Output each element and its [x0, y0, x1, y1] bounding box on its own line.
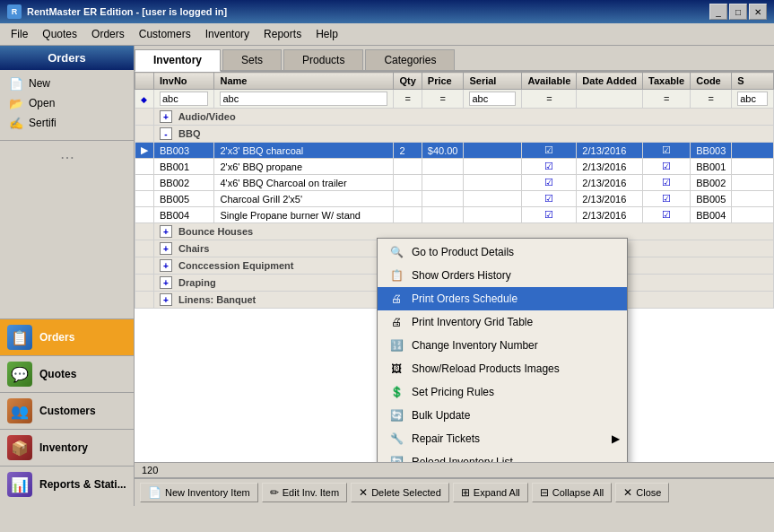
- expand-linens[interactable]: +: [160, 293, 172, 306]
- th-s[interactable]: S: [732, 73, 774, 90]
- filter-s-input[interactable]: [737, 92, 768, 106]
- filter-name-input[interactable]: [220, 92, 387, 106]
- expand-bounce[interactable]: +: [160, 225, 172, 238]
- menu-file[interactable]: File: [4, 25, 35, 43]
- th-dateadded[interactable]: Date Added: [577, 73, 643, 90]
- th-taxable[interactable]: Taxable: [643, 73, 691, 90]
- ctx-repair-arrow: ▶: [612, 432, 620, 445]
- th-serial[interactable]: Serial: [464, 73, 522, 90]
- ctx-show-orders-history[interactable]: 📋 Show Orders History: [378, 264, 627, 287]
- ctx-bulk-update[interactable]: 🔄 Bulk Update: [378, 404, 627, 427]
- th-invno[interactable]: InvNo: [154, 73, 214, 90]
- inventory-label: Inventory: [39, 441, 88, 454]
- th-available[interactable]: Available: [522, 73, 577, 90]
- sidebar-item-inventory[interactable]: 📦 Inventory: [0, 429, 134, 466]
- table-row-bb003[interactable]: ▶ BB003 2'x3' BBQ charcoal 2 $40.00 ☑ 2/…: [135, 143, 774, 159]
- filter-qty: =: [394, 90, 422, 109]
- action-new[interactable]: 📄 New: [4, 74, 130, 93]
- btn-close[interactable]: ✕ Close: [615, 483, 669, 502]
- code-bb002: BB002: [691, 175, 732, 191]
- table-row-bb001[interactable]: BB001 2'x6' BBQ propane ☑ 2/13/2016 ☑ BB…: [135, 159, 774, 175]
- available-bb005: ☑: [522, 191, 577, 207]
- ctx-orders-history-icon: 📋: [388, 267, 404, 283]
- btn-new-inventory[interactable]: 📄 New Inventory Item: [140, 483, 258, 502]
- filter-invno-input[interactable]: [160, 92, 208, 106]
- th-code[interactable]: Code: [691, 73, 732, 90]
- tab-sets[interactable]: Sets: [222, 49, 282, 70]
- tab-products[interactable]: Products: [283, 49, 363, 70]
- ctx-reload-inventory[interactable]: 🔄 Reload Inventory List: [378, 450, 627, 462]
- group-bounce-marker: [135, 223, 154, 240]
- ctx-repair-tickets[interactable]: 🔧 Repair Tickets ▶: [378, 427, 627, 450]
- table-row-bb002[interactable]: BB002 4'x6' BBQ Charcoal on trailer ☑ 2/…: [135, 175, 774, 191]
- tab-inventory[interactable]: Inventory: [135, 49, 221, 72]
- status-count: 120: [142, 465, 158, 475]
- price-bb002: [422, 175, 464, 191]
- expand-chairs[interactable]: +: [160, 242, 172, 255]
- s-bb003: [732, 143, 774, 159]
- ctx-show-products-images[interactable]: 🖼 Show/Reload Products Images: [378, 357, 627, 380]
- table-area[interactable]: InvNo Name Qty Price Serial Available Da…: [135, 72, 774, 462]
- action-open[interactable]: 📂 Open: [4, 93, 130, 113]
- ctx-set-pricing-rules[interactable]: 💲 Set Pricing Rules: [378, 380, 627, 404]
- table-row-bb004[interactable]: BB004 Single Propane burner W/ stand ☑ 2…: [135, 207, 774, 223]
- qty-bb002: [394, 175, 422, 191]
- invno-bb003: BB003: [154, 143, 214, 159]
- qty-bb001: [394, 159, 422, 175]
- orders-label: Orders: [39, 331, 74, 344]
- ctx-change-inventory-number[interactable]: 🔢 Change Inventory Number: [378, 334, 627, 357]
- filter-serial[interactable]: [464, 90, 522, 109]
- window-controls[interactable]: _ □ ✕: [709, 4, 767, 20]
- group-bbq[interactable]: - BBQ: [135, 126, 774, 143]
- menu-customers[interactable]: Customers: [132, 25, 198, 43]
- ctx-reload-label: Reload Inventory List: [412, 456, 513, 462]
- btn-delete-selected[interactable]: ✕ Delete Selected: [351, 483, 449, 502]
- btn-collapse-all[interactable]: ⊟ Collapse All: [532, 483, 612, 502]
- btn-edit-inv[interactable]: ✏ Edit Inv. Item: [262, 483, 347, 502]
- sidebar-item-customers[interactable]: 👥 Customers: [0, 392, 134, 429]
- filter-invno[interactable]: [154, 90, 214, 109]
- btn-expand-all[interactable]: ⊞ Expand All: [453, 483, 528, 502]
- menu-help[interactable]: Help: [309, 25, 345, 43]
- minimize-button[interactable]: _: [709, 4, 727, 20]
- th-name[interactable]: Name: [214, 73, 394, 90]
- ctx-print-orders-schedule[interactable]: 🖨 Print Orders Schedule: [378, 287, 627, 310]
- serial-bb001: [464, 159, 522, 175]
- maximize-button[interactable]: □: [729, 4, 747, 20]
- sidebar-item-orders[interactable]: 📋 Orders: [0, 318, 134, 355]
- menu-inventory[interactable]: Inventory: [198, 25, 257, 43]
- ctx-go-to-product[interactable]: 🔍 Go to Product Details: [378, 240, 627, 264]
- sidebar-item-quotes[interactable]: 💬 Quotes: [0, 355, 134, 392]
- close-button[interactable]: ✕: [749, 4, 767, 20]
- available-bb004: ☑: [522, 207, 577, 223]
- menu-quotes[interactable]: Quotes: [35, 25, 84, 43]
- expand-draping[interactable]: +: [160, 276, 172, 289]
- group-bbq-label[interactable]: - BBQ: [154, 126, 774, 143]
- filter-s[interactable]: [732, 90, 774, 109]
- quotes-label: Quotes: [39, 368, 76, 380]
- collapse-all-icon: ⊟: [540, 486, 549, 499]
- action-sertifi[interactable]: ✍ Sertifi: [4, 113, 130, 133]
- th-price[interactable]: Price: [422, 73, 464, 90]
- serial-bb004: [464, 207, 522, 223]
- group-audio-video-label[interactable]: + Audio/Video: [154, 109, 774, 126]
- expand-audio-video[interactable]: +: [160, 110, 172, 123]
- table-row-bb005[interactable]: BB005 Charcoal Grill 2'x5' ☑ 2/13/2016 ☑…: [135, 191, 774, 207]
- ctx-repair-label: Repair Tickets: [412, 432, 480, 445]
- edit-inv-icon: ✏: [270, 486, 279, 499]
- group-bbq-marker: [135, 126, 154, 143]
- ctx-orders-history-label: Show Orders History: [412, 269, 511, 282]
- menu-orders[interactable]: Orders: [84, 25, 132, 43]
- sidebar-item-reports[interactable]: 📊 Reports & Stati...: [0, 466, 134, 502]
- ctx-print-inventory-grid[interactable]: 🖨 Print Inventory Grid Table: [378, 310, 627, 334]
- th-qty[interactable]: Qty: [394, 73, 422, 90]
- table-header-row: InvNo Name Qty Price Serial Available Da…: [135, 73, 774, 90]
- filter-serial-input[interactable]: [469, 92, 516, 106]
- filter-name[interactable]: [214, 90, 394, 109]
- menu-reports[interactable]: Reports: [257, 25, 309, 43]
- group-audio-video[interactable]: + Audio/Video: [135, 109, 774, 126]
- taxable-bb004: ☑: [643, 207, 691, 223]
- expand-conccession[interactable]: +: [160, 259, 172, 272]
- expand-bbq[interactable]: -: [160, 127, 172, 140]
- tab-categories[interactable]: Categories: [365, 49, 455, 70]
